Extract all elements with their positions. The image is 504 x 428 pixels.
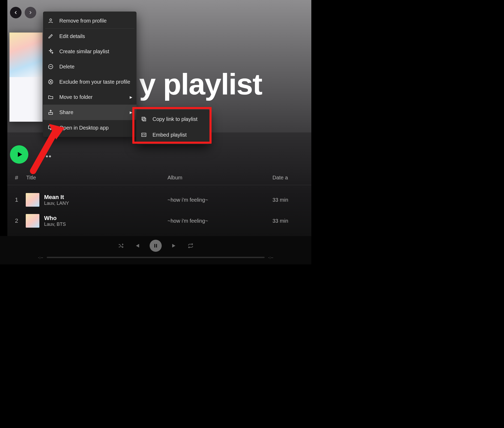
menu-remove-from-profile[interactable]: Remove from profile [43, 13, 136, 28]
submenu-chevron-icon: ▸ [130, 94, 132, 100]
chevron-left-icon [13, 10, 18, 15]
menu-label: Exclude from your taste profile [59, 79, 130, 85]
menu-label: Share [59, 109, 73, 115]
svg-rect-13 [154, 244, 155, 247]
track-artist: Lauv, BTS [44, 222, 66, 227]
track-row[interactable]: 1 Mean It Lauv, LANY ~how i'm feeling~ 3… [7, 190, 311, 210]
track-number: 1 [7, 196, 26, 203]
menu-move-to-folder[interactable]: Move to folder ▸ [43, 89, 136, 105]
nav-forward-button[interactable] [25, 7, 36, 18]
menu-delete[interactable]: Delete [43, 59, 136, 74]
track-artwork [26, 193, 39, 207]
svg-rect-14 [156, 244, 157, 247]
track-album: ~how i'm feeling~ [167, 218, 272, 224]
menu-label: Open in Desktop app [59, 125, 109, 131]
progress-bar[interactable]: -:-- -:-- [38, 255, 273, 260]
menu-label: Create similar playlist [59, 49, 109, 55]
play-icon [16, 151, 23, 158]
column-number: # [7, 174, 26, 181]
repeat-icon [187, 243, 194, 249]
share-icon [47, 109, 54, 116]
sparkle-icon [47, 48, 54, 55]
folder-icon [47, 94, 54, 100]
player-bar: -:-- -:-- [0, 236, 311, 264]
column-album: Album [167, 175, 272, 181]
copy-link-icon [140, 116, 147, 122]
track-date: 33 min [272, 218, 288, 224]
track-album: ~how i'm feeling~ [167, 197, 272, 203]
pause-button[interactable] [150, 240, 162, 252]
playlist-title: y playlist [139, 67, 262, 101]
submenu-embed[interactable]: Embed playlist [136, 127, 210, 143]
shuffle-icon [118, 243, 124, 249]
column-date: Date a [272, 175, 311, 181]
svg-rect-9 [142, 117, 145, 120]
pause-icon [153, 243, 158, 248]
track-number: 2 [7, 217, 26, 224]
svg-rect-7 [49, 126, 53, 129]
menu-label: Delete [59, 64, 75, 70]
track-row[interactable]: 2 Who Lauv, BTS ~how i'm feeling~ 33 min [7, 211, 311, 231]
share-submenu: Copy link to playlist Embed playlist [136, 110, 210, 144]
nav-back-button[interactable] [10, 7, 22, 18]
cover-art-graphic [17, 85, 27, 114]
edit-icon [47, 33, 54, 40]
next-icon [171, 243, 177, 249]
menu-label: Move to folder [59, 94, 93, 100]
playlist-cover[interactable] [9, 33, 43, 122]
more-options-button[interactable]: ••• [43, 152, 52, 160]
menu-share[interactable]: Share ▸ [43, 105, 136, 120]
previous-button[interactable] [133, 242, 141, 249]
menu-label: Copy link to playlist [153, 116, 197, 122]
chevron-right-icon [28, 10, 33, 15]
menu-create-similar[interactable]: Create similar playlist [43, 44, 136, 59]
time-remaining: -:-- [268, 255, 273, 260]
embed-icon [140, 131, 147, 138]
menu-exclude-taste[interactable]: Exclude from your taste profile [43, 74, 136, 89]
desktop-icon [47, 124, 54, 131]
playlist-context-menu: Remove from profile Edit details Create … [43, 12, 136, 137]
next-button[interactable] [171, 242, 178, 249]
shuffle-button[interactable] [117, 242, 124, 249]
column-title: Title [26, 175, 167, 181]
repeat-button[interactable] [187, 242, 194, 249]
track-table-header: # Title Album Date a [7, 170, 311, 185]
submenu-chevron-icon: ▸ [130, 109, 132, 115]
track-date: 33 min [272, 197, 288, 203]
menu-label: Embed playlist [153, 132, 187, 138]
svg-rect-8 [143, 118, 146, 121]
time-elapsed: -:-- [38, 255, 43, 260]
menu-edit-details[interactable]: Edit details [43, 29, 136, 44]
menu-open-desktop[interactable]: Open in Desktop app [43, 120, 136, 135]
submenu-copy-link[interactable]: Copy link to playlist [136, 111, 210, 127]
svg-point-0 [50, 19, 51, 21]
track-name: Mean It [44, 194, 69, 201]
menu-label: Edit details [59, 33, 85, 39]
track-name: Who [44, 215, 66, 222]
app-root: y playlist ••• # Title Album Date a 1 Me… [0, 0, 311, 264]
delete-icon [47, 63, 54, 70]
track-artwork [26, 214, 39, 228]
profile-remove-icon [47, 17, 54, 24]
exclude-icon [47, 78, 54, 85]
track-artist: Lauv, LANY [44, 201, 69, 206]
menu-label: Remove from profile [59, 18, 107, 24]
play-button[interactable] [10, 145, 28, 164]
previous-icon [134, 243, 140, 249]
progress-track[interactable] [47, 257, 265, 258]
